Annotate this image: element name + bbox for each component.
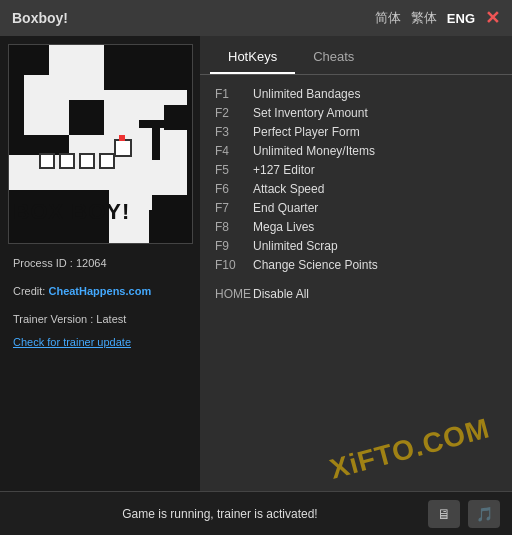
lang-english[interactable]: ENG — [447, 11, 475, 26]
hotkey-action: +127 Editor — [253, 163, 315, 177]
status-message: Game is running, trainer is activated! — [12, 507, 428, 521]
hotkey-key: F1 — [215, 87, 253, 101]
hotkey-key: F3 — [215, 125, 253, 139]
lang-simplified[interactable]: 简体 — [375, 9, 401, 27]
hotkey-row: F3 Perfect Player Form — [215, 125, 497, 139]
left-panel: BOX BOY! Process ID : 12064 Credit: Chea… — [0, 36, 200, 491]
hotkey-row: F7 End Quarter — [215, 201, 497, 215]
hotkey-row: F10 Change Science Points — [215, 258, 497, 272]
hotkey-key: F10 — [215, 258, 253, 272]
hotkey-action: Unlimited Scrap — [253, 239, 338, 253]
main-content: BOX BOY! Process ID : 12064 Credit: Chea… — [0, 36, 512, 491]
hotkey-key: F5 — [215, 163, 253, 177]
hotkey-row: F6 Attack Speed — [215, 182, 497, 196]
hotkey-action: Set Inventory Amount — [253, 106, 368, 120]
hotkey-row: F5 +127 Editor — [215, 163, 497, 177]
process-id: Process ID : 12064 — [13, 254, 187, 274]
game-logo-image: BOX BOY! — [14, 201, 131, 223]
update-link[interactable]: Check for trainer update — [13, 336, 131, 348]
hotkey-action: End Quarter — [253, 201, 318, 215]
trainer-version: Trainer Version : Latest — [13, 310, 187, 330]
process-info: Process ID : 12064 Credit: CheatHappens.… — [8, 244, 192, 358]
hotkey-action: Attack Speed — [253, 182, 324, 196]
hotkey-action: Perfect Player Form — [253, 125, 360, 139]
hotkey-key: F2 — [215, 106, 253, 120]
hotkey-key: F6 — [215, 182, 253, 196]
hotkey-row: F8 Mega Lives — [215, 220, 497, 234]
music-icon-button[interactable]: 🎵 — [468, 500, 500, 528]
credit-value: CheatHappens.com — [48, 285, 151, 297]
home-hotkey-row: HOME Disable All — [215, 287, 497, 301]
title-bar: Boxboy! 简体 繁体 ENG ✕ — [0, 0, 512, 36]
hotkey-key: F4 — [215, 144, 253, 158]
hotkey-row: F9 Unlimited Scrap — [215, 239, 497, 253]
language-controls: 简体 繁体 ENG ✕ — [375, 7, 500, 29]
game-image: BOX BOY! — [8, 44, 193, 244]
right-panel: HotKeys Cheats F1 Unlimited Bandages F2 … — [200, 36, 512, 491]
hotkey-key: F8 — [215, 220, 253, 234]
hotkey-action: Mega Lives — [253, 220, 314, 234]
close-button[interactable]: ✕ — [485, 7, 500, 29]
tabs-bar: HotKeys Cheats — [200, 41, 512, 75]
status-bar: Game is running, trainer is activated! 🖥… — [0, 491, 512, 535]
lang-traditional[interactable]: 繁体 — [411, 9, 437, 27]
hotkeys-content: F1 Unlimited Bandages F2 Set Inventory A… — [200, 75, 512, 491]
hotkey-row: F2 Set Inventory Amount — [215, 106, 497, 120]
tab-hotkeys[interactable]: HotKeys — [210, 41, 295, 74]
status-icons: 🖥 🎵 — [428, 500, 500, 528]
home-action: Disable All — [253, 287, 309, 301]
tab-cheats[interactable]: Cheats — [295, 41, 372, 74]
hotkey-action: Unlimited Bandages — [253, 87, 360, 101]
hotkey-action: Change Science Points — [253, 258, 378, 272]
monitor-icon-button[interactable]: 🖥 — [428, 500, 460, 528]
hotkey-key: F7 — [215, 201, 253, 215]
hotkey-row: F4 Unlimited Money/Items — [215, 144, 497, 158]
credit-label: Credit: — [13, 285, 45, 297]
app-title: Boxboy! — [12, 10, 68, 26]
hotkey-action: Unlimited Money/Items — [253, 144, 375, 158]
hotkey-key: F9 — [215, 239, 253, 253]
home-key: HOME — [215, 287, 253, 301]
hotkey-row: F1 Unlimited Bandages — [215, 87, 497, 101]
